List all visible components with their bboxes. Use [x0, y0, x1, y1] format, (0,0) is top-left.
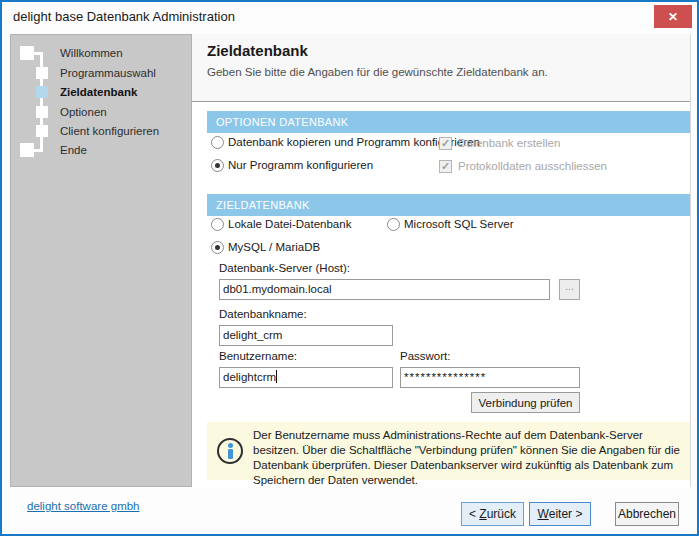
next-button[interactable]: Weiter > [529, 502, 591, 526]
wizard-dialog: delight base Datenbank Administration ✕ … [0, 0, 699, 536]
step-marker-square [20, 143, 34, 157]
checkbox-label-protokolldaten-ausschliessen: Protokolldaten ausschliessen [458, 160, 607, 172]
info-box: Der Benutzername muss Administrations-Re… [207, 422, 690, 480]
back-button[interactable]: < Zurück [461, 502, 524, 526]
checkbox-protokolldaten-ausschliessen [439, 160, 452, 173]
check-connection-button[interactable]: Verbindung prüfen [471, 392, 580, 413]
radio-nur-programm[interactable] [211, 159, 224, 172]
radio-label-lokale-datei-datenbank[interactable]: Lokale Datei-Datenbank [228, 218, 351, 230]
radio-label-microsoft-sql-server[interactable]: Microsoft SQL Server [404, 218, 514, 230]
step-marker-square [20, 46, 34, 60]
checkbox-label-datenbank-erstellen: Datenbank erstellen [458, 137, 560, 149]
radio-microsoft-sql-server[interactable] [387, 218, 400, 231]
text-cursor [276, 370, 277, 383]
checkbox-datenbank-erstellen [439, 137, 452, 150]
page-subtitle: Geben Sie bitte die Angaben für die gewü… [207, 66, 548, 78]
main-pane: Zieldatenbank Geben Sie bitte die Angabe… [192, 34, 691, 487]
close-icon: ✕ [668, 10, 678, 24]
radio-datenbank-kopieren[interactable] [211, 136, 224, 149]
page-title: Zieldatenbank [207, 42, 308, 59]
info-text: Der Benutzername muss Administrations-Re… [253, 428, 683, 488]
page-header: Zieldatenbank Geben Sie bitte die Angabe… [192, 34, 690, 102]
step-marker-square [36, 106, 48, 118]
radio-label-nur-programm[interactable]: Nur Programm konfigurieren [228, 159, 373, 171]
step-marker-square-active [36, 86, 48, 98]
password-field-label: Passwort: [400, 350, 451, 362]
host-field-label: Datenbank-Server (Host): [219, 262, 350, 274]
section-header-optionen-datenbank: OPTIONEN DATENBANK [207, 111, 690, 133]
info-icon [217, 438, 243, 464]
step-marker-square [36, 67, 48, 79]
username-input[interactable]: delightcrm [219, 367, 393, 388]
radio-mysql-mariadb[interactable] [211, 241, 224, 254]
password-input[interactable]: *************** [400, 367, 580, 388]
step-marker-square [36, 125, 48, 137]
vendor-link[interactable]: delight software gmbh [27, 500, 140, 512]
dbname-field-label: Datenbankname: [219, 308, 307, 320]
cancel-button[interactable]: Abbrechen [615, 502, 679, 526]
dbname-input[interactable]: delight_crm [219, 325, 393, 346]
host-input[interactable]: db01.mydomain.local [219, 279, 550, 300]
wizard-steps-sidebar: Willkommen Programmauswahl Zieldatenbank… [10, 34, 192, 487]
username-field-label: Benutzername: [219, 350, 297, 362]
radio-lokale-datei-datenbank[interactable] [211, 218, 224, 231]
close-button[interactable]: ✕ [654, 5, 692, 28]
titlebar: delight base Datenbank Administration ✕ [2, 2, 697, 32]
radio-label-mysql-mariadb[interactable]: MySQL / MariaDB [228, 241, 320, 253]
window-title: delight base Datenbank Administration [13, 9, 235, 24]
browse-button[interactable]: ... [559, 279, 580, 300]
section-header-zieldatenbank: ZIELDATENBANK [207, 194, 690, 216]
